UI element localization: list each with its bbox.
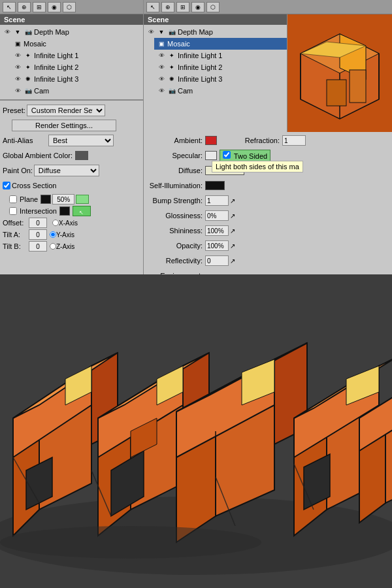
tree-label: Infinite Light 1 <box>178 52 223 59</box>
eye-icon[interactable]: 👁 <box>157 86 166 95</box>
mosaic-icon: ▣ <box>13 39 22 48</box>
eye-icon[interactable]: 👁 <box>146 27 155 37</box>
left-toolbar: ↖ ⊕ ⊞ ◉ ⬡ <box>0 0 143 14</box>
shininess-icon: ↗ <box>230 227 235 235</box>
glossiness-row: Glossiness: ↗ <box>146 209 389 222</box>
opacity-row: Opacity: ↗ <box>146 239 389 252</box>
tree-label: Mosaic <box>167 40 190 48</box>
self-illum-row: Self-Illumination: <box>146 179 389 192</box>
tree-item-mosaic[interactable]: ▣ Mosaic <box>10 38 143 50</box>
tilt-b-label: Tilt B: <box>3 242 29 250</box>
right-tree-light3[interactable]: 👁 ✺ Infinite Light 3 <box>154 73 287 85</box>
antialias-dropdown[interactable]: Best <box>48 135 114 146</box>
right-toolbar-btn1[interactable]: ↖ <box>146 2 159 12</box>
self-illum-color[interactable] <box>205 181 225 190</box>
glossiness-input[interactable] <box>205 210 229 221</box>
eye-icon[interactable]: 👁 <box>13 63 22 72</box>
plane-color[interactable] <box>41 195 51 204</box>
tree-item-cam[interactable]: 👁 📷 Cam <box>10 85 143 97</box>
tree-item-light2[interactable]: 👁 ✦ Infinite Light 2 <box>10 61 143 73</box>
preset-dropdown[interactable]: Custom Render Settings <box>27 105 105 116</box>
expand-icon[interactable]: ▼ <box>157 27 166 37</box>
tooltip-box: Light both sides of this ma <box>212 161 303 172</box>
tilt-b-input[interactable] <box>29 241 47 252</box>
ambient-color-swatch[interactable] <box>205 136 217 145</box>
x-axis-radio[interactable] <box>52 220 59 226</box>
shininess-label: Shininess: <box>146 227 205 235</box>
eye-icon[interactable]: 👁 <box>13 51 22 60</box>
right-tree-light2[interactable]: 👁 ✦ Infinite Light 2 <box>154 61 287 73</box>
tree-label: Infinite Light 3 <box>34 75 79 83</box>
tree-label: Infinite Light 3 <box>178 75 223 83</box>
shininess-input[interactable] <box>205 225 229 236</box>
two-sided-badge[interactable]: Two Sided <box>220 150 270 161</box>
cross-section-label: Cross Section <box>12 182 56 189</box>
eye-icon[interactable]: 👁 <box>157 74 166 84</box>
paint-on-dropdown[interactable]: Diffuse <box>34 165 99 176</box>
bottom-3d-viewport <box>0 274 392 588</box>
specular-color[interactable] <box>205 151 217 160</box>
offset-input[interactable] <box>29 218 47 228</box>
right-toolbar-btn2[interactable]: ⊕ <box>161 2 174 12</box>
opacity-input[interactable] <box>205 240 229 251</box>
eye-icon[interactable]: 👁 <box>13 74 22 84</box>
intersection-action-btn[interactable]: ↖ <box>73 206 91 216</box>
bump-input[interactable] <box>205 195 229 206</box>
cursor-indicator: ↖ <box>79 210 84 216</box>
right-scene-panel: Scene 👁 ▼ 📷 Depth Map ▣ Mosaic 👁 <box>144 14 287 132</box>
right-tree-mosaic[interactable]: ▣ Mosaic <box>154 38 287 50</box>
light3-icon: ✺ <box>167 74 176 84</box>
render-settings-button[interactable]: Render Settings... <box>12 120 116 131</box>
plane-action-btn[interactable] <box>76 195 89 204</box>
y-axis-radio[interactable] <box>50 231 56 238</box>
depthmap-icon: 📷 <box>24 27 33 37</box>
toolbar-btn-3[interactable]: ⊞ <box>33 2 46 12</box>
intersection-color[interactable] <box>59 206 70 216</box>
toolbar-btn-5[interactable]: ⬡ <box>63 2 76 12</box>
right-toolbar-btn5[interactable]: ⬡ <box>206 2 220 12</box>
right-3d-viewport <box>287 14 392 132</box>
tree-item-light3[interactable]: 👁 ✺ Infinite Light 3 <box>10 73 143 85</box>
toolbar-btn-4[interactable]: ◉ <box>48 2 61 12</box>
toolbar-btn-2[interactable]: ⊕ <box>18 2 31 12</box>
right-props-panel: Ambient: Refraction: Specular: Two Sided… <box>144 132 392 274</box>
z-axis-radio[interactable] <box>50 243 56 250</box>
right-tree-depth-map[interactable]: 👁 ▼ 📷 Depth Map <box>144 26 287 38</box>
eye-icon[interactable]: 👁 <box>13 86 22 95</box>
cross-section-row: Cross Section <box>3 179 140 192</box>
eye-icon[interactable]: 👁 <box>157 51 166 60</box>
bump-icon: ↗ <box>230 197 235 204</box>
plane-percent[interactable] <box>52 194 74 204</box>
reflectivity-input[interactable] <box>205 255 229 266</box>
right-toolbar-btn3[interactable]: ⊞ <box>176 2 189 12</box>
tree-item-light1[interactable]: 👁 ✦ Infinite Light 1 <box>10 50 143 61</box>
specular-row: Specular: Two Sided Light both sides of … <box>146 149 389 162</box>
offset-row: Offset: X-Axis <box>3 218 140 228</box>
paint-on-row: Paint On: Diffuse <box>3 164 140 177</box>
svg-rect-8 <box>327 80 346 106</box>
tree-item-depth-map[interactable]: 👁 ▼ 📷 Depth Map <box>0 26 143 38</box>
right-tree-light1[interactable]: 👁 ✦ Infinite Light 1 <box>154 50 287 61</box>
tree-label: Cam <box>178 87 193 95</box>
eye-icon[interactable]: 👁 <box>157 63 166 72</box>
tree-label: Infinite Light 1 <box>34 52 79 59</box>
expand-icon[interactable]: ▼ <box>13 27 22 37</box>
two-sided-checkbox[interactable] <box>223 151 231 159</box>
preset-label: Preset: <box>3 106 25 114</box>
scene-label: Scene <box>4 16 25 24</box>
two-sided-label: Two Sided <box>234 152 267 160</box>
mosaic-icon: ▣ <box>157 39 166 48</box>
refraction-input[interactable] <box>282 135 306 146</box>
bottom-3d-svg <box>0 274 392 588</box>
right-toolbar-btn4[interactable]: ◉ <box>191 2 204 12</box>
plane-row: Plane <box>9 194 140 204</box>
right-tree-cam[interactable]: 👁 📷 Cam <box>154 85 287 97</box>
eye-icon[interactable]: 👁 <box>3 27 12 37</box>
ambient-color-swatch[interactable] <box>75 151 88 160</box>
toolbar-btn-1[interactable]: ↖ <box>3 2 16 12</box>
tree-label: Infinite Light 2 <box>178 63 223 71</box>
intersection-checkbox[interactable] <box>9 207 17 215</box>
tilt-a-input[interactable] <box>29 229 47 240</box>
cross-section-checkbox[interactable] <box>3 182 10 189</box>
plane-checkbox[interactable] <box>9 195 17 203</box>
